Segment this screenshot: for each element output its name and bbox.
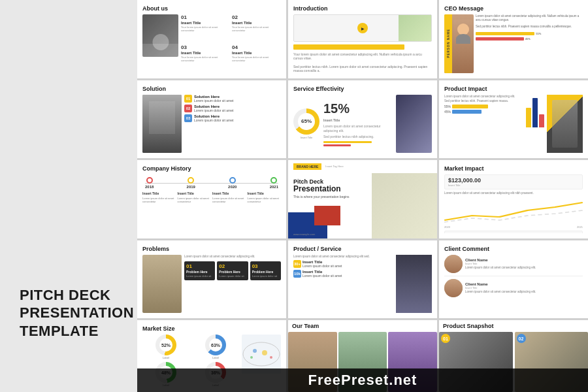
slide-title-history: Company History: [142, 165, 281, 172]
slide-title-problems: Problems: [142, 246, 281, 252]
slide-title-intro: Introduction: [293, 5, 432, 12]
slide-title-market-impact: Market Impact: [444, 165, 583, 172]
intro-video: ▶: [293, 14, 432, 42]
slide-introduction[interactable]: Introduction ▶ Your lorem ipsum dolor si…: [288, 0, 437, 78]
slide-title-ceo: CEO Message: [444, 5, 583, 12]
solution-image: [142, 95, 182, 154]
slide-pitch-deck[interactable]: BRAND HERE Insert Tag Here Pitch Deck Pr…: [288, 160, 437, 238]
slide-problems[interactable]: Problems Lorem ipsum dolor sit amet cons…: [137, 240, 286, 319]
left-panel: PITCH DECK PRESENTATION TEMPLATE: [0, 0, 137, 392]
service-donut: 65%: [293, 108, 319, 135]
svg-point-1: [253, 349, 257, 353]
slide-market-impact[interactable]: Market Impact $123,000.00 Insert Title L…: [439, 160, 588, 238]
slide-solution[interactable]: Solution 01 Solution HereLorem ipsum dol…: [137, 80, 286, 159]
slide-title-market-size: Market Size: [142, 325, 281, 332]
slide-ceo-message[interactable]: CEO Message PERSON NAME Lorem ipsum dolo…: [439, 0, 588, 78]
slide-company-history[interactable]: Company History 2018 2019 2020: [137, 160, 286, 238]
slide-title-snapshot: Product Snapshot: [439, 323, 588, 329]
pitch-main-area: Pitch Deck Presentation This is where yo…: [288, 173, 437, 238]
svg-point-3: [270, 356, 272, 359]
slide-product-impact[interactable]: Product Impact Lorem ipsum dolor sit ame…: [439, 80, 588, 159]
ceo-photo: PERSON NAME: [444, 14, 474, 73]
slide-title-ps: Product / Service: [293, 246, 432, 252]
product-impact-image: [547, 95, 583, 154]
about-image: [142, 14, 178, 57]
product-service-image: [396, 255, 432, 314]
timeline: 2018 2019 2020 2021: [142, 177, 281, 189]
slide-title-team: Our Team: [288, 323, 437, 329]
slide-title-about: About us: [142, 5, 281, 12]
svg-point-0: [243, 342, 280, 366]
slide-service-effectivity[interactable]: Service Effectivity 65% Insert Title 15%…: [288, 80, 437, 159]
slide-title-product-impact: Product Impact: [444, 86, 583, 92]
main-title: PITCH DECK PRESENTATION TEMPLATE: [20, 286, 134, 340]
svg-point-4: [250, 356, 253, 359]
brand-tagline: Insert Tag Here: [325, 165, 343, 168]
svg-point-2: [262, 350, 267, 355]
watermark-bar: FreePreset.net: [137, 368, 588, 392]
slide-grid: About us 01Insert TitleYour lorem ipsum …: [137, 0, 588, 392]
market-size-map: [242, 335, 281, 374]
problems-image: [142, 255, 182, 314]
slide-product-service[interactable]: Product / Service Lorem ipsum dolor sit …: [288, 240, 437, 319]
slide-client-comment[interactable]: Client Comment Client Name Insert Title …: [439, 240, 588, 319]
service-image: [396, 95, 432, 154]
slide-title-service: Service Effectivity: [293, 86, 432, 92]
slide-title-client: Client Comment: [444, 246, 583, 252]
market-chart: [444, 197, 583, 223]
client-avatar-1: [444, 255, 463, 273]
client-avatar-2: [444, 279, 463, 297]
watermark-text: FreePreset.net: [308, 372, 417, 389]
slide-about-us[interactable]: About us 01Insert TitleYour lorem ipsum …: [137, 0, 286, 78]
brand-badge: BRAND HERE: [293, 163, 321, 170]
slide-title-solution: Solution: [142, 86, 281, 92]
